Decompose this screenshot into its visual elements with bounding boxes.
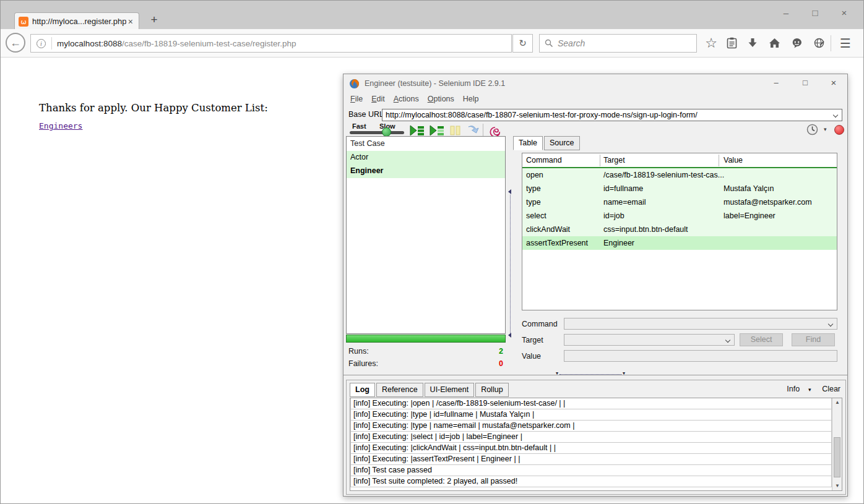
play-test-case-button[interactable] — [429, 124, 445, 137]
tab-source[interactable]: Source — [544, 136, 580, 150]
cell: Engineer — [603, 239, 634, 247]
splitter-grip[interactable] — [510, 195, 511, 334]
cell: id=fullname — [603, 184, 643, 193]
downloads-icon[interactable] — [743, 35, 762, 52]
ide-maximize-button[interactable]: □ — [797, 75, 813, 90]
url-bar[interactable]: i mylocalhost:8088/case/fb-18819-seleniu… — [30, 34, 512, 53]
clear-button[interactable]: Clear — [822, 385, 840, 393]
log-tab-reference[interactable]: Reference — [376, 383, 423, 397]
target-combobox[interactable] — [564, 334, 735, 346]
log-tab-rollup[interactable]: Rollup — [475, 383, 508, 397]
home-icon[interactable] — [765, 35, 784, 52]
table-row[interactable]: selectid=joblabel=Engineer — [522, 209, 837, 223]
browser-minimize-button[interactable]: – — [778, 6, 794, 20]
hello-smiley-icon[interactable] — [787, 35, 806, 52]
splitter-grip[interactable]: ▾▾ — [556, 370, 637, 376]
bookmark-star-icon[interactable]: ☆ — [702, 35, 720, 52]
scrollbar-thumb[interactable] — [834, 437, 840, 478]
play-test-suite-button[interactable] — [409, 124, 425, 137]
failures-label: Failures: — [348, 359, 378, 368]
menu-options[interactable]: Options — [423, 93, 459, 105]
find-button[interactable]: Find — [792, 333, 835, 346]
ide-close-button[interactable]: × — [826, 75, 842, 90]
base-url-combobox[interactable]: http://mylocalhost:8088/case/fb-18807-se… — [382, 109, 842, 121]
chevron-down-icon[interactable] — [725, 338, 730, 343]
ide-titlebar: Engineer (testsuite) - Selenium IDE 2.9.… — [343, 74, 847, 93]
cell: open — [526, 171, 543, 179]
cell: /case/fb-18819-selenium-test-cas... — [603, 171, 724, 179]
browser-close-button[interactable]: × — [836, 6, 852, 20]
table-row[interactable]: typeid=fullnameMustafa Yalçın — [522, 182, 837, 195]
runs-row: Runs: 2 — [346, 347, 506, 359]
column-divider[interactable] — [719, 155, 719, 166]
speed-slider-thumb[interactable] — [382, 127, 391, 137]
table-row[interactable]: assertTextPresentEngineer — [522, 236, 837, 250]
search-input[interactable]: Search — [539, 34, 697, 53]
rollup-button[interactable] — [487, 124, 503, 137]
value-input[interactable] — [564, 350, 837, 362]
runs-value: 2 — [499, 347, 503, 356]
browser-titlebar: – □ × ω http://myloca...register.php × + — [1, 1, 863, 29]
column-target: Target — [603, 156, 625, 164]
pause-button[interactable] — [447, 124, 464, 137]
menu-help[interactable]: Help — [459, 93, 483, 105]
cell: name=email — [603, 198, 646, 207]
reload-button[interactable]: ↻ — [512, 34, 533, 53]
cell: id=job — [603, 211, 624, 220]
log-tab-ui-element[interactable]: UI-Element — [425, 383, 475, 397]
scroll-up-icon[interactable]: ▲ — [832, 398, 842, 407]
menu-actions[interactable]: Actions — [389, 93, 423, 105]
selenium-ide-window: Engineer (testsuite) - Selenium IDE 2.9.… — [343, 74, 848, 497]
page-info-icon[interactable]: i — [37, 39, 46, 48]
url-host: mylocalhost:8088 — [57, 39, 122, 48]
clock-dropdown-icon[interactable]: ▾ — [824, 126, 827, 132]
log-lines: [info] Executing: |open | /case/fb-18819… — [350, 398, 832, 490]
cell: Mustafa Yalçın — [724, 184, 774, 193]
table-row[interactable]: clickAndWaitcss=input.btn.btn-default — [522, 223, 837, 236]
column-value: Value — [724, 156, 743, 164]
back-button[interactable]: ← — [6, 33, 25, 53]
hamburger-menu-icon[interactable]: ☰ — [836, 35, 855, 52]
tab-table[interactable]: Table — [513, 136, 543, 150]
engineers-link[interactable]: Engineers — [39, 121, 82, 130]
test-case-item-engineer[interactable]: Engineer — [347, 164, 505, 178]
chevron-down-icon[interactable] — [828, 322, 833, 327]
command-combobox[interactable] — [564, 318, 837, 330]
splitter-collapse-icon[interactable] — [508, 333, 511, 338]
command-table-header: Command Target Value — [522, 153, 837, 168]
cell: clickAndWait — [526, 225, 570, 234]
chevron-down-icon[interactable] — [833, 113, 838, 117]
test-case-header: Test Case — [347, 137, 505, 151]
menu-edit[interactable]: Edit — [367, 93, 389, 105]
test-case-item-actor[interactable]: Actor — [347, 151, 505, 164]
horizontal-splitter[interactable]: ▾▾ — [343, 370, 847, 377]
schedule-clock-button[interactable] — [806, 124, 823, 137]
cell: css=input.btn.btn-default — [603, 225, 688, 234]
menu-file[interactable]: File — [346, 93, 367, 105]
info-filter-button[interactable]: Info▾ — [787, 385, 811, 393]
scroll-down-icon[interactable]: ▼ — [832, 482, 842, 490]
vertical-splitter[interactable] — [508, 136, 513, 372]
column-divider[interactable] — [600, 155, 600, 166]
log-tab-log[interactable]: Log — [350, 383, 375, 397]
share-globe-icon[interactable] — [810, 35, 828, 52]
log-scrollbar[interactable]: ▲ ▼ — [832, 398, 842, 490]
browser-maximize-button[interactable]: □ — [807, 6, 823, 20]
ide-minimize-button[interactable]: – — [768, 75, 784, 90]
log-actions: Info▾ Clear — [778, 385, 840, 393]
splitter-collapse-icon[interactable] — [508, 189, 511, 194]
new-tab-button[interactable]: + — [147, 13, 162, 27]
table-row[interactable]: typename=emailmustafa@netsparker.com — [522, 195, 837, 209]
log-line: [info] Executing: |select | id=job | lab… — [350, 431, 832, 443]
test-case-list: ActorEngineer — [347, 151, 505, 178]
table-row[interactable]: open/case/fb-18819-selenium-test-cas... — [522, 168, 837, 182]
tab-close-icon[interactable]: × — [126, 17, 135, 27]
speed-slider-track[interactable] — [350, 131, 404, 134]
step-button[interactable] — [465, 124, 481, 137]
record-button[interactable] — [834, 125, 844, 135]
tab-title: http://myloca...register.php — [32, 17, 126, 26]
reading-list-icon[interactable] — [722, 35, 741, 52]
base-url-row: Base URL http://mylocalhost:8088/case/fb… — [343, 108, 847, 122]
browser-tab[interactable]: ω http://myloca...register.php × — [14, 12, 139, 30]
select-button[interactable]: Select — [740, 333, 783, 346]
